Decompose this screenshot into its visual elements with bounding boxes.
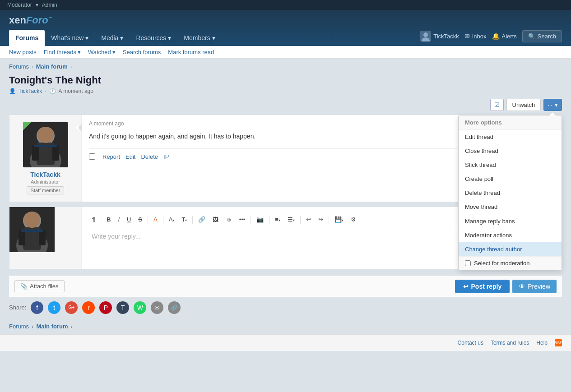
more-dropdown-wrapper: ··· ▾ More options Edit thread Close thr… (543, 99, 562, 111)
toolbar-camera-btn[interactable]: 📷 (253, 214, 267, 225)
nav-item-forums[interactable]: Forums (9, 30, 45, 46)
edit-link[interactable]: Edit (125, 153, 135, 160)
thread-meta: 👤 TickTackk · 🕐 A moment ago (9, 88, 562, 94)
post-select-checkbox[interactable] (89, 153, 95, 160)
clock-icon: 🕐 (49, 88, 56, 94)
nav-item-resources[interactable]: Resources ▾ (130, 30, 177, 46)
find-threads-link[interactable]: Find threads ▾ (44, 49, 81, 55)
share-googleplus[interactable]: G+ (65, 301, 78, 314)
dropdown-close-thread[interactable]: Close thread (459, 144, 562, 158)
sub-nav: New posts Find threads ▾ Watched ▾ Searc… (0, 46, 571, 59)
toolbar-list-btn[interactable]: ☰▾ (284, 214, 298, 225)
admin-link[interactable]: Admin (42, 2, 57, 8)
share-reddit[interactable]: r (82, 301, 95, 314)
toolbar-font-btn[interactable]: A▾ (166, 214, 178, 225)
toolbar-align-btn[interactable]: ≡▾ (272, 214, 283, 225)
toolbar-sep-7 (300, 216, 301, 224)
post-username[interactable]: TickTackk (30, 171, 60, 178)
user-profile-link[interactable]: TickTackk (420, 31, 459, 42)
bottom-chevron-2: › (70, 323, 72, 330)
share-pinterest[interactable]: P (99, 301, 112, 314)
nav-right: TickTackk ✉ Inbox 🔔 Alerts 🔍 Search (420, 30, 562, 46)
dropdown-arrow-icon: ▾ (555, 101, 558, 108)
toolbar-format-btn[interactable]: ¶ (89, 214, 98, 225)
thread-author-link[interactable]: TickTackk (19, 88, 42, 94)
share-whatsapp[interactable]: W (134, 301, 146, 314)
toolbar-underline-btn[interactable]: U (124, 214, 134, 225)
toolbar-italic-btn[interactable]: I (115, 214, 123, 225)
help-link[interactable]: Help (536, 340, 548, 346)
inbox-icon: ✉ (464, 32, 470, 40)
toolbar-bold-btn[interactable]: B (103, 214, 114, 225)
share-link[interactable]: 🔗 (168, 301, 181, 314)
dropdown-edit-thread[interactable]: Edit thread (459, 130, 562, 144)
bottom-forums-link[interactable]: Forums (9, 323, 29, 330)
breadcrumb-forums-link[interactable]: Forums (9, 63, 29, 70)
whats-new-arrow-icon: ▾ (85, 34, 88, 42)
toolbar-undo-btn[interactable]: ↩ (303, 214, 314, 225)
username-label: TickTackk (433, 33, 459, 40)
toolbar-more-btn[interactable]: ••• (236, 214, 249, 225)
dropdown-stick-thread[interactable]: Stick thread (459, 158, 562, 172)
thread-title-section: Tonight's The Night 👤 TickTackk · 🕐 A mo… (0, 74, 571, 99)
terms-link[interactable]: Terms and rules (491, 340, 529, 346)
mark-forums-read-link[interactable]: Mark forums read (168, 49, 214, 55)
bottom-main-forum-link[interactable]: Main forum (36, 323, 68, 330)
toolbar-image-btn[interactable]: 🖼 (209, 214, 222, 225)
eye-icon: 👁 (519, 283, 525, 290)
search-button[interactable]: 🔍 Search (522, 30, 562, 42)
new-posts-link[interactable]: New posts (9, 49, 37, 55)
post-user-role: Administrator (31, 179, 60, 184)
nav-item-whats-new[interactable]: What's new ▾ (45, 30, 95, 46)
nav-item-media[interactable]: Media ▾ (95, 30, 130, 46)
inbox-link[interactable]: ✉ Inbox (464, 32, 487, 40)
share-twitter[interactable]: t (48, 301, 60, 314)
toolbar-save-btn[interactable]: 💾▾ (331, 214, 347, 225)
toolbar-strike-btn[interactable]: S (135, 214, 145, 225)
dropdown-select-moderation[interactable]: Select for moderation (459, 257, 562, 270)
watched-link[interactable]: Watched ▾ (88, 49, 116, 55)
logo[interactable]: xenForo™ (9, 14, 53, 26)
share-tumblr[interactable]: T (116, 301, 129, 314)
header: xenForo™ Forums What's new ▾ Media ▾ Res… (0, 10, 571, 46)
toolbar-link-btn[interactable]: 🔗 (195, 214, 209, 225)
toolbar-redo-btn[interactable]: ↪ (315, 214, 326, 225)
logo-text1: xen (9, 14, 26, 26)
moderator-link[interactable]: Moderator (7, 2, 32, 8)
moderation-checkbox[interactable] (465, 260, 471, 266)
contact-link[interactable]: Contact us (458, 340, 483, 346)
toolbar-color-btn[interactable]: A (150, 214, 161, 225)
unwatch-button[interactable]: Unwatch (506, 99, 541, 111)
nav-item-members[interactable]: Members ▾ (177, 30, 221, 46)
report-link[interactable]: Report (102, 153, 120, 160)
dropdown-moderator-actions[interactable]: Moderator actions (459, 228, 562, 242)
search-forums-link[interactable]: Search forums (123, 49, 161, 55)
site-footer: Contact us Terms and rules Help RSS (0, 334, 571, 351)
toolbar-settings-btn[interactable]: ⚙ (348, 214, 359, 225)
reply-icon: ↩ (463, 283, 469, 290)
meta-separator: · (45, 88, 46, 94)
rss-icon[interactable]: RSS (555, 339, 562, 346)
dropdown-change-thread-author[interactable]: Change thread author (459, 242, 562, 256)
attach-files-button[interactable]: 📎 Attach files (14, 280, 65, 292)
svg-rect-7 (32, 145, 39, 161)
share-email[interactable]: ✉ (151, 301, 163, 314)
preview-button[interactable]: 👁 Preview (512, 280, 557, 293)
breadcrumb-main-forum-link[interactable]: Main forum (36, 63, 68, 70)
dropdown-create-poll[interactable]: Create poll (459, 172, 562, 186)
ip-link[interactable]: IP (163, 153, 169, 160)
delete-link[interactable]: Delete (141, 153, 158, 160)
staff-triangle (23, 122, 31, 130)
dropdown-manage-reply-bans[interactable]: Manage reply bans (459, 214, 562, 228)
share-facebook[interactable]: f (31, 301, 43, 314)
content-area: ☑ Unwatch ··· ▾ More options Edit thread… (0, 99, 571, 297)
toolbar-size-btn[interactable]: T▾ (178, 214, 190, 225)
more-options-button[interactable]: ··· ▾ (543, 99, 562, 111)
alerts-link[interactable]: 🔔 Alerts (492, 32, 517, 40)
dropdown-delete-thread[interactable]: Delete thread (459, 186, 562, 200)
bookmark-button[interactable]: ☑ (490, 99, 504, 111)
dropdown-move-thread[interactable]: Move thread (459, 200, 562, 214)
post-reply-button[interactable]: ↩ Post reply (455, 280, 510, 293)
resources-arrow-icon: ▾ (168, 34, 171, 42)
toolbar-emoji-btn[interactable]: ☺ (223, 214, 235, 225)
